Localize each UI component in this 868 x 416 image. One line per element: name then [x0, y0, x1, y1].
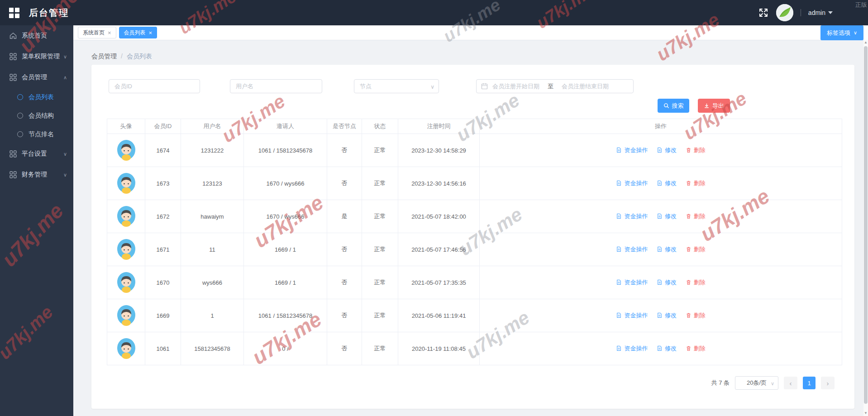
close-icon[interactable]: ×: [108, 30, 111, 36]
edit-link[interactable]: 修改: [657, 212, 677, 220]
member-id-input[interactable]: [109, 79, 200, 93]
vertical-scrollbar[interactable]: ▲ ▼: [863, 40, 868, 416]
edit-link[interactable]: 修改: [657, 344, 677, 353]
top-header: 后台管理 admin: [0, 0, 868, 25]
app-logo-icon[interactable]: [9, 8, 19, 18]
cell-is-node: 否: [327, 233, 362, 266]
cell-username: 1: [181, 299, 244, 332]
delete-link[interactable]: 删除: [686, 245, 706, 253]
edit-link[interactable]: 修改: [657, 146, 677, 154]
cell-username: 11: [181, 233, 244, 266]
edit-link[interactable]: 修改: [657, 245, 677, 253]
fullscreen-icon[interactable]: [758, 7, 769, 18]
tab-member-list[interactable]: 会员列表 ×: [119, 27, 157, 38]
edit-link[interactable]: 修改: [657, 311, 677, 320]
funds-action-link[interactable]: 资金操作: [616, 146, 648, 154]
avatar: [116, 139, 136, 161]
pagination: 共 7 条 20条/页 ∨ ‹ 1 ›: [711, 376, 835, 390]
cell-reg-time: 2023-12-30 14:58:29: [398, 134, 480, 167]
chevron-down-icon: ∨: [854, 30, 857, 36]
document-icon: [616, 213, 622, 219]
register-date-range-picker[interactable]: 会员注册开始日期 至 会员注册结束日期: [476, 79, 634, 93]
chevron-down-icon: ∨: [63, 54, 67, 60]
avatar: [116, 304, 136, 326]
document-icon: [616, 279, 622, 285]
document-icon: [657, 246, 663, 252]
funds-action-link[interactable]: 资金操作: [616, 179, 648, 187]
scrollbar-thumb[interactable]: [864, 46, 868, 404]
cell-username: 1231222: [181, 134, 244, 167]
user-avatar[interactable]: [776, 4, 793, 21]
header-divider: [801, 9, 801, 16]
table-row: 1669 1 1061 / 15812345678 否 正常 2021-05-0…: [107, 299, 842, 332]
node-select-input[interactable]: [354, 79, 439, 93]
cell-is-node: 否: [327, 134, 362, 167]
breadcrumb-parent[interactable]: 会员管理: [91, 53, 117, 60]
page-size-select[interactable]: 20条/页 ∨: [735, 376, 778, 390]
breadcrumb: 会员管理/会员列表: [91, 53, 152, 61]
delete-link[interactable]: 删除: [686, 278, 706, 287]
search-button[interactable]: 搜索: [658, 99, 689, 113]
cell-username: hawaiym: [181, 200, 244, 233]
page-number-button[interactable]: 1: [803, 377, 816, 389]
cell-inviter: 1670 / wys666: [244, 200, 327, 233]
delete-link[interactable]: 删除: [686, 179, 706, 187]
prev-page-button[interactable]: ‹: [784, 377, 797, 389]
cell-member-id: 1669: [145, 299, 181, 332]
funds-action-link[interactable]: 资金操作: [616, 311, 648, 320]
username-input[interactable]: [230, 79, 322, 93]
cell-reg-time: 2021-05-06 11:19:41: [398, 299, 480, 332]
user-menu[interactable]: admin: [808, 9, 833, 16]
cell-inviter: 1669 / 1: [244, 266, 327, 299]
close-icon[interactable]: ×: [149, 30, 153, 36]
chevron-down-icon: ∨: [771, 381, 774, 387]
edit-link[interactable]: 修改: [657, 179, 677, 187]
cell-is-node: 否: [327, 266, 362, 299]
cell-reg-time: 2021-05-07 18:42:00: [398, 200, 480, 233]
funds-action-link[interactable]: 资金操作: [616, 212, 648, 220]
cell-reg-time: 2020-11-19 11:08:45: [398, 332, 480, 365]
cell-reg-time: 2021-05-07 17:35:35: [398, 266, 480, 299]
export-button[interactable]: 导出: [698, 99, 730, 113]
scroll-up-icon[interactable]: ▲: [864, 41, 868, 44]
cell-inviter: 0 /: [244, 332, 327, 365]
sidebar-item-finance-mgmt[interactable]: 财务管理 ∨: [0, 164, 73, 185]
next-page-button[interactable]: ›: [821, 377, 835, 389]
cell-username: 123123: [181, 167, 244, 200]
calendar-icon: [481, 83, 488, 90]
funds-action-link[interactable]: 资金操作: [616, 245, 648, 253]
funds-action-link[interactable]: 资金操作: [616, 278, 648, 287]
edit-link[interactable]: 修改: [657, 278, 677, 287]
sidebar-item-member-mgmt[interactable]: 会员管理 ∧: [0, 67, 73, 88]
funds-action-link[interactable]: 资金操作: [616, 344, 648, 353]
cell-status: 正常: [362, 200, 398, 233]
col-inviter: 邀请人: [244, 119, 327, 134]
sidebar-item-member-list[interactable]: 会员列表: [0, 88, 73, 106]
chevron-down-icon: ∨: [63, 151, 67, 157]
member-table: 头像 会员ID 用户名 邀请人 是否节点 状态 注册时间 操作 1674 123…: [107, 119, 842, 365]
tag-options-button[interactable]: 标签选项 ∨: [820, 25, 863, 40]
sidebar-item-member-structure[interactable]: 会员结构: [0, 106, 73, 125]
sidebar-item-home[interactable]: 系统首页: [0, 25, 73, 46]
document-icon: [657, 279, 663, 285]
user-menu-caret-icon: [828, 11, 833, 14]
document-icon: [616, 312, 622, 318]
delete-link[interactable]: 删除: [686, 212, 706, 220]
col-member-id: 会员ID: [145, 119, 181, 134]
scroll-down-icon[interactable]: ▼: [864, 411, 868, 415]
cell-is-node: 否: [327, 299, 362, 332]
chevron-down-icon: ∨: [63, 172, 67, 178]
tab-home[interactable]: 系统首页 ×: [78, 27, 116, 38]
delete-link[interactable]: 删除: [686, 146, 706, 154]
cell-status: 正常: [362, 266, 398, 299]
sidebar-item-menu-permission[interactable]: 菜单权限管理 ∨: [0, 46, 73, 67]
node-select[interactable]: ∨: [354, 79, 439, 93]
sidebar-item-platform-settings[interactable]: 平台设置 ∨: [0, 143, 73, 164]
sidebar-item-node-ranking[interactable]: 节点排名: [0, 125, 73, 143]
grid-icon: [9, 150, 17, 158]
cell-member-id: 1061: [145, 332, 181, 365]
delete-link[interactable]: 删除: [686, 311, 706, 320]
delete-link[interactable]: 删除: [686, 344, 706, 353]
col-reg-time: 注册时间: [398, 119, 480, 134]
cell-member-id: 1670: [145, 266, 181, 299]
